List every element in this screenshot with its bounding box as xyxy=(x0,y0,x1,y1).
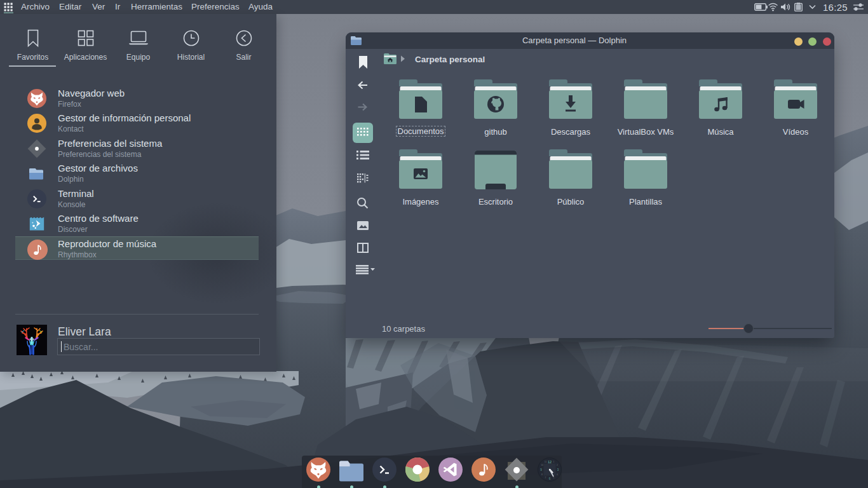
svg-text:4: 4 xyxy=(557,473,558,476)
svg-text:12: 12 xyxy=(548,460,552,464)
svg-text:1: 1 xyxy=(553,461,555,463)
svg-text:2: 2 xyxy=(557,464,558,466)
svg-text:7: 7 xyxy=(545,477,546,479)
svg-text:11: 11 xyxy=(545,461,547,463)
svg-text:5: 5 xyxy=(553,477,555,479)
svg-text:8: 8 xyxy=(541,473,543,476)
svg-text:10: 10 xyxy=(541,464,543,466)
